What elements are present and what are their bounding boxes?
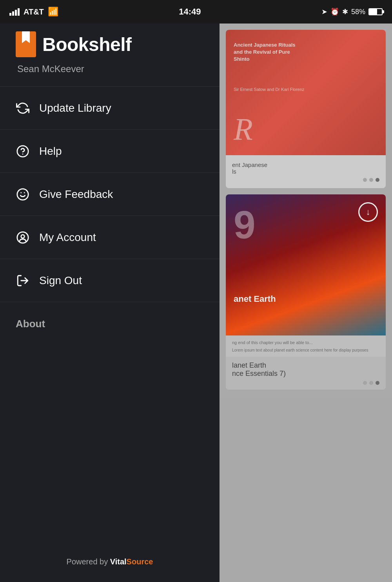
menu-item-my-account[interactable]: My Account xyxy=(0,216,220,259)
book-title-1: ent Japanese xyxy=(232,161,379,168)
menu-item-help[interactable]: Help xyxy=(0,130,220,173)
book-card-footer-2: ng end of this chapter you will be able … xyxy=(226,335,386,357)
book-card-footer-1: ent Japanese ls xyxy=(226,155,386,188)
app-name: Bookshelf xyxy=(42,34,132,55)
menu-item-update-library[interactable]: Update Library xyxy=(0,87,220,130)
battery-icon xyxy=(368,8,383,15)
dot xyxy=(363,381,367,385)
menu-item-give-feedback[interactable]: Give Feedback xyxy=(0,173,220,216)
wifi-icon: 📶 xyxy=(48,7,58,17)
menu-label-update-library: Update Library xyxy=(39,102,111,114)
download-icon: ↓ xyxy=(358,202,378,222)
vital-label: Vital xyxy=(110,557,127,566)
source-label: Source xyxy=(127,557,153,566)
status-left: AT&T 📶 xyxy=(9,7,58,17)
book-text-1: Lorem ipsum text about planet earth scie… xyxy=(232,348,379,353)
dot xyxy=(363,178,367,182)
status-right: ➤ ⏰ ✱ 58% xyxy=(321,7,383,16)
drawer-menu: Bookshelf Sean McKeever Update Library xyxy=(0,0,220,582)
time-display: 14:49 xyxy=(179,7,201,17)
person-circle-icon xyxy=(16,230,30,245)
book-cover-1: Ancient Japanese Rituals and the Revival… xyxy=(226,30,386,155)
book-subtitle-1: ls xyxy=(232,168,379,175)
brand-row: Bookshelf xyxy=(16,31,132,57)
dots-row-1 xyxy=(232,178,379,182)
main-content: ⯰⯰ Ancient Japanese Rituals and the Revi… xyxy=(220,0,392,582)
about-section: About xyxy=(0,302,220,338)
status-bar: AT&T 📶 14:49 ➤ ⏰ ✱ 58% xyxy=(0,0,392,24)
menu-label-sign-out: Sign Out xyxy=(39,274,82,287)
smiley-icon xyxy=(16,187,30,201)
bluetooth-icon: ✱ xyxy=(342,7,348,16)
user-name: Sean McKeever xyxy=(17,63,84,74)
location-icon: ➤ xyxy=(321,7,327,16)
signal-icon xyxy=(9,8,20,16)
book-cover-2: 9 ↓ anet Earth xyxy=(226,194,386,335)
sign-out-icon xyxy=(16,274,30,288)
bookmark-icon xyxy=(22,31,30,43)
app-logo xyxy=(16,31,36,57)
book-subtitle-2: nce Essentials 7) xyxy=(232,370,379,378)
battery-percent: 58% xyxy=(351,8,365,16)
about-label: About xyxy=(16,318,45,330)
book-description: ng end of this chapter you will be able … xyxy=(232,339,379,346)
book-title-2: lanet Earth xyxy=(232,361,379,370)
svg-point-6 xyxy=(21,234,25,238)
menu-list: Update Library Help xyxy=(0,87,220,582)
carrier-label: AT&T xyxy=(24,7,44,16)
help-icon xyxy=(16,144,30,158)
menu-label-my-account: My Account xyxy=(39,231,96,244)
menu-label-give-feedback: Give Feedback xyxy=(39,188,113,201)
refresh-icon xyxy=(16,101,30,115)
book-cover-title-1: Ancient Japanese Rituals and the Revival… xyxy=(234,42,304,92)
book-cover-number: 9 xyxy=(234,202,256,247)
svg-point-2 xyxy=(17,189,28,199)
dot-active xyxy=(376,381,379,385)
planet-earth-label: anet Earth xyxy=(234,294,276,304)
book-cover-letter-1: R xyxy=(234,112,253,147)
menu-item-sign-out[interactable]: Sign Out xyxy=(0,259,220,302)
book-card-2: 9 ↓ anet Earth ng end of this chapter yo… xyxy=(226,194,386,390)
menu-label-help: Help xyxy=(39,145,62,158)
book-card-1: Ancient Japanese Rituals and the Revival… xyxy=(226,30,386,188)
alarm-icon: ⏰ xyxy=(330,7,339,16)
powered-by: Powered by VitalSource xyxy=(0,557,220,566)
dot-active xyxy=(376,178,379,182)
dot xyxy=(369,178,373,182)
dot xyxy=(369,381,373,385)
dots-row-2 xyxy=(232,381,379,385)
book-card-title-2: lanet Earth nce Essentials 7) xyxy=(226,357,386,390)
